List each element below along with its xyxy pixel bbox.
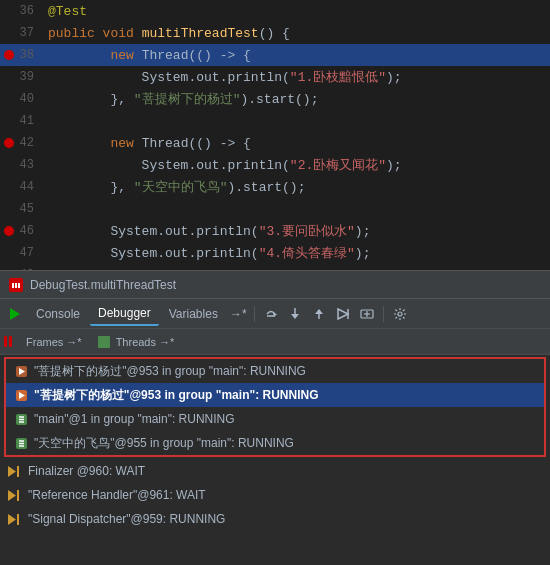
breakpoint-46: [4, 226, 14, 236]
step-over-button[interactable]: [260, 303, 282, 325]
pause-icon: [4, 336, 12, 347]
code-line-41: 41: [0, 110, 550, 132]
gutter-36: 36: [0, 0, 42, 22]
svg-marker-10: [315, 309, 323, 314]
settings-button[interactable]: [389, 303, 411, 325]
tab-variables[interactable]: Variables: [161, 302, 226, 326]
debug-title-text: DebugTest.multiThreadTest: [30, 278, 176, 292]
debug-panel: DebugTest.multiThreadTest Console Debugg…: [0, 270, 550, 565]
svg-rect-3: [18, 283, 20, 288]
arrow-icon-5: [8, 464, 22, 478]
debug-title-bar: DebugTest.multiThreadTest: [0, 271, 550, 299]
gutter-43: 43: [0, 154, 42, 176]
line-content-45: [42, 198, 550, 220]
line-content-48: }: [42, 264, 550, 270]
code-line-47: 47 System.out.println("4.倚头答春绿");: [0, 242, 550, 264]
line-content-42: new Thread(() -> {: [42, 132, 550, 154]
thread-icon-3: [14, 412, 28, 426]
code-line-40: 40 }, "菩提树下的杨过").start();: [0, 88, 550, 110]
code-line-38: 38 new Thread(() -> {: [0, 44, 550, 66]
breakpoint-38: [4, 50, 14, 60]
line-content-46: System.out.println("3.要问卧似水");: [42, 220, 550, 242]
code-line-43: 43 System.out.println("2.卧梅又闻花");: [0, 154, 550, 176]
svg-rect-1: [12, 283, 14, 288]
gutter-38: 38: [0, 44, 42, 66]
gutter-42: 42: [0, 132, 42, 154]
resume-button[interactable]: [4, 303, 26, 325]
step-into-button[interactable]: [284, 303, 306, 325]
code-line-45: 45: [0, 198, 550, 220]
thread-name-3: "main"@1 in group "main": RUNNING: [34, 412, 235, 426]
thread-name-7: "Signal Dispatcher"@959: RUNNING: [28, 512, 225, 526]
threads-tab[interactable]: Threads →*: [92, 332, 181, 352]
svg-point-16: [398, 312, 402, 316]
svg-marker-31: [8, 490, 16, 501]
code-editor: 36 @Test 37 public void multiThreadTest(…: [0, 0, 550, 270]
thread-item-3[interactable]: "main"@1 in group "main": RUNNING: [6, 407, 544, 431]
threads-list[interactable]: "菩提树下的杨过"@953 in group "main": RUNNING "…: [0, 355, 550, 565]
thread-item-4[interactable]: "天空中的飞鸟"@955 in group "main": RUNNING: [6, 431, 544, 455]
thread-item-1[interactable]: "菩提树下的杨过"@953 in group "main": RUNNING: [6, 359, 544, 383]
thread-name-1: "菩提树下的杨过"@953 in group "main": RUNNING: [34, 363, 306, 380]
gutter-44: 44: [0, 176, 42, 198]
line-content-41: [42, 110, 550, 132]
debug-icon: [8, 277, 24, 293]
gutter-47: 47: [0, 242, 42, 264]
tab-console[interactable]: Console: [28, 302, 88, 326]
thread-running-icon-2: [14, 388, 28, 402]
line-content-39: System.out.println("1.卧枝黯恨低");: [42, 66, 550, 88]
gutter-39: 39: [0, 66, 42, 88]
evaluate-button[interactable]: [356, 303, 378, 325]
arrow-icon-7: [8, 512, 22, 526]
line-content-47: System.out.println("4.倚头答春绿");: [42, 242, 550, 264]
thread-icon-small: [98, 336, 110, 348]
threads-group-box: "菩提树下的杨过"@953 in group "main": RUNNING "…: [4, 357, 546, 457]
thread-item-6[interactable]: "Reference Handler"@961: WAIT: [0, 483, 550, 507]
thread-name-2: "菩提树下的杨过"@953 in group "main": RUNNING: [34, 387, 318, 404]
thread-icon-4: [14, 436, 28, 450]
frames-tab[interactable]: Frames →*: [20, 332, 88, 352]
svg-marker-29: [8, 466, 16, 477]
code-line-48: 48 }: [0, 264, 550, 270]
svg-marker-8: [291, 314, 299, 319]
svg-marker-33: [8, 514, 16, 525]
svg-marker-4: [10, 308, 20, 320]
svg-rect-2: [15, 283, 17, 288]
arrow-icon-6: [8, 488, 22, 502]
line-content-40: }, "菩提树下的杨过").start();: [42, 88, 550, 110]
gutter-46: 46: [0, 220, 42, 242]
debug-toolbar: Console Debugger Variables →*: [0, 299, 550, 329]
thread-name-4: "天空中的飞鸟"@955 in group "main": RUNNING: [34, 435, 294, 452]
code-line-42: 42 new Thread(() -> {: [0, 132, 550, 154]
tab-debugger[interactable]: Debugger: [90, 302, 159, 326]
code-line-46: 46 System.out.println("3.要问卧似水");: [0, 220, 550, 242]
thread-name-5: Finalizer @960: WAIT: [28, 464, 145, 478]
thread-name-6: "Reference Handler"@961: WAIT: [28, 488, 206, 502]
toolbar-separator: [254, 306, 255, 322]
code-line-44: 44 }, "天空中的飞鸟").start();: [0, 176, 550, 198]
gutter-37: 37: [0, 22, 42, 44]
line-content-36: @Test: [42, 0, 550, 22]
gutter-41: 41: [0, 110, 42, 132]
thread-item-2[interactable]: "菩提树下的杨过"@953 in group "main": RUNNING: [6, 383, 544, 407]
line-content-43: System.out.println("2.卧梅又闻花");: [42, 154, 550, 176]
thread-running-icon-1: [14, 364, 28, 378]
line-content-37: public void multiThreadTest() {: [42, 22, 550, 44]
svg-marker-11: [338, 309, 348, 319]
line-content-44: }, "天空中的飞鸟").start();: [42, 176, 550, 198]
thread-item-7[interactable]: "Signal Dispatcher"@959: RUNNING: [0, 507, 550, 531]
thread-item-5[interactable]: Finalizer @960: WAIT: [0, 459, 550, 483]
toolbar-sep-2: [383, 306, 384, 322]
code-line-37: 37 public void multiThreadTest() {: [0, 22, 550, 44]
breakpoint-42: [4, 138, 14, 148]
gutter-48: 48: [0, 264, 42, 270]
step-out-button[interactable]: [308, 303, 330, 325]
code-line-36: 36 @Test: [0, 0, 550, 22]
gutter-40: 40: [0, 88, 42, 110]
run-to-cursor-button[interactable]: [332, 303, 354, 325]
debug-subbar: Frames →* Threads →*: [0, 329, 550, 355]
line-content-38: new Thread(() -> {: [42, 44, 550, 66]
gutter-45: 45: [0, 198, 42, 220]
code-line-39: 39 System.out.println("1.卧枝黯恨低");: [0, 66, 550, 88]
